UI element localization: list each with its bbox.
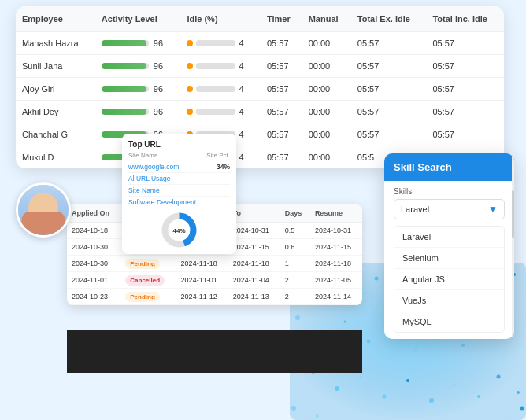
activity-level-cell: 96 (95, 55, 181, 78)
skill-option[interactable]: Laravel (394, 227, 504, 248)
scrollbar-thumb[interactable] (512, 190, 514, 238)
svg-point-25 (406, 379, 409, 382)
idle-cell: 4 (180, 55, 261, 78)
svg-point-18 (461, 344, 465, 347)
manual-cell: 00:00 (302, 78, 351, 101)
col-total-ex: Total Ex. Idle (351, 6, 427, 32)
days-value: 2 (280, 289, 310, 305)
col-activity-level: Activity Level (95, 6, 181, 32)
svg-point-30 (517, 391, 520, 394)
col-applied-on: Applied On (67, 204, 120, 223)
scrollbar[interactable] (512, 153, 514, 339)
skill-search-popup: Skill Search Skills Laravel ▼ LaravelSel… (384, 153, 514, 339)
total-inc-cell: 05:57 (426, 55, 504, 78)
skill-search-header: Skill Search (384, 153, 514, 181)
url-name: www.google.com (128, 163, 179, 171)
url-name: Site Name (128, 186, 160, 194)
from-date: 2024-11-18 (176, 256, 228, 272)
employee-name: Mukul D (16, 146, 95, 169)
svg-point-22 (335, 386, 339, 391)
top-url-list: www.google.com34%Al URL UsageSite NameSo… (128, 161, 230, 208)
idle-bar (196, 86, 235, 92)
idle-cell: 4 (180, 101, 261, 123)
idle-bar (196, 109, 235, 115)
idle-value: 4 (239, 107, 243, 116)
skill-select[interactable]: Laravel ▼ (394, 199, 505, 219)
days-value: 1 (280, 256, 310, 272)
svg-point-26 (429, 398, 434, 403)
svg-point-4 (375, 277, 379, 281)
skill-option[interactable]: VueJs (394, 290, 504, 311)
svg-point-11 (295, 315, 300, 320)
skill-option[interactable]: Selenium (394, 248, 504, 269)
activity-value: 96 (154, 107, 163, 116)
skills-label: Skills (394, 187, 505, 196)
col-total-inc: Total Inc. Idle (426, 6, 504, 32)
avatar-face (18, 185, 69, 235)
total-inc-cell: 05:57 (426, 123, 504, 146)
skill-selected-value: Laravel (401, 204, 429, 214)
svg-point-33 (520, 407, 524, 411)
col-timer: Timer (261, 6, 302, 32)
col-resume: Resume (310, 204, 362, 223)
skill-option[interactable]: MySQL (394, 311, 504, 332)
svg-point-32 (316, 414, 319, 418)
applied-date: 2024-10-30 (67, 239, 120, 256)
table-row: Chanchal G 96 4 05:57 0 (16, 123, 504, 146)
idle-bar (196, 40, 235, 46)
status-badge: Cancelled (125, 275, 165, 286)
svg-point-24 (383, 395, 387, 399)
activity-level-cell: 96 (95, 101, 181, 123)
employee-name: Sunil Jana (16, 55, 95, 78)
skill-dropdown: LaravelSeleniumAngular JSVueJsMySQL (394, 226, 505, 333)
manual-cell: 00:00 (302, 32, 351, 55)
days-value: 0.5 (280, 223, 310, 239)
applied-table-row: 2024-10-23 Pending 2024-11-12 2024-11-13… (67, 289, 362, 305)
days-value: 0.6 (280, 239, 310, 256)
to-date: 2024-11-04 (228, 272, 280, 289)
idle-value: 4 (239, 84, 243, 94)
avatar (16, 182, 71, 238)
url-list-item: Site Name (128, 185, 230, 197)
resume-date: 2024-11-05 (310, 272, 362, 289)
activity-bar (102, 40, 149, 46)
employee-name: Manash Hazra (16, 32, 95, 55)
employee-name: Ajoy Giri (16, 78, 95, 101)
timer-cell: 05:57 (261, 78, 302, 101)
applied-date: 2024-10-23 (67, 289, 120, 305)
svg-point-29 (497, 375, 501, 379)
idle-dot (187, 109, 193, 115)
activity-value: 96 (154, 61, 163, 71)
table-row: Sunil Jana 96 4 05:57 0 (16, 55, 504, 78)
activity-table: Employee Activity Level Idle (%) Timer M… (16, 6, 504, 168)
skill-option[interactable]: Angular JS (394, 269, 504, 290)
svg-point-27 (454, 384, 457, 386)
employee-name: Chanchal G (16, 123, 95, 146)
employee-name: Akhil Dey (16, 101, 95, 123)
applied-table-row: 2024-11-01 Cancelled 2024-11-01 2024-11-… (67, 272, 362, 289)
status-cell: Cancelled (120, 272, 176, 289)
chevron-down-icon: ▼ (488, 204, 498, 215)
idle-bar (196, 63, 235, 69)
status-cell: Pending (120, 256, 176, 272)
to-date: 2024-11-13 (228, 289, 280, 305)
activity-level-cell: 96 (95, 78, 181, 101)
status-badge: Pending (125, 292, 160, 302)
svg-point-28 (477, 395, 480, 398)
idle-dot (187, 63, 193, 69)
days-value: 2 (280, 272, 310, 289)
table-row: Manash Hazra 96 4 05:57 (16, 32, 504, 55)
skill-search-title: Skill Search (394, 161, 452, 173)
total-ex-cell: 05:57 (351, 55, 427, 78)
resume-date: 2024-11-14 (310, 289, 362, 305)
from-date: 2024-11-01 (176, 272, 228, 289)
total-inc-cell: 05:57 (426, 32, 504, 55)
to-date: 2024-11-18 (228, 256, 280, 272)
activity-value: 96 (154, 84, 163, 94)
timer-cell: 05:57 (261, 32, 302, 55)
svg-point-13 (344, 321, 346, 323)
svg-point-14 (367, 340, 371, 344)
applied-date: 2024-10-30 (67, 256, 120, 272)
url-name: Software Development (128, 198, 196, 206)
top-url-popup: Top URL Site Name Site Pct. www.google.c… (122, 134, 236, 254)
